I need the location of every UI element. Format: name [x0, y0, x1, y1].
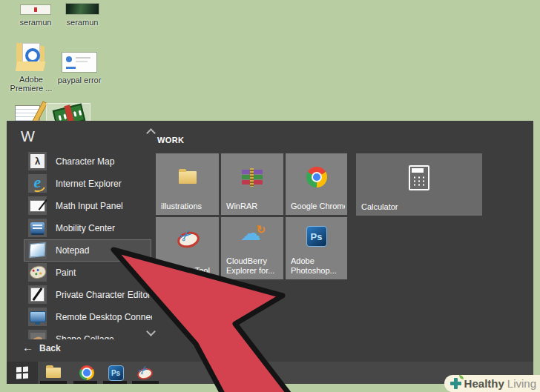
app-item-remote-desktop-connection[interactable]: Remote Desktop Connection: [24, 307, 151, 328]
tile-label-line2: Explorer for...: [226, 266, 281, 276]
folder-icon: [179, 171, 197, 184]
desktop-icon-seramun-1[interactable]: seramun: [12, 4, 59, 27]
tile-google-chrome[interactable]: Google Chrome: [286, 153, 347, 215]
taskbar-file-explorer[interactable]: [45, 365, 62, 381]
app-item-label: Paint: [56, 262, 76, 283]
windows-logo-icon: [16, 367, 28, 379]
app-item-math-input-panel[interactable]: Math Input Panel: [24, 196, 151, 216]
start-menu-panel: W λ Character Map e Internet Explorer Ma…: [7, 121, 533, 362]
mobility-center-icon: [28, 219, 47, 237]
app-item-label: Remote Desktop Connection: [56, 307, 152, 328]
desktop-icon-paypal-error[interactable]: paypal error: [56, 52, 102, 84]
desktop: seramun seramun Adobe Premiere ... paypa…: [0, 0, 540, 392]
screenshot-thumbnail: [62, 52, 97, 73]
chrome-icon: [79, 365, 94, 380]
desktop-icon-label: seramun: [12, 18, 59, 27]
running-indicator: [103, 381, 127, 384]
winrar-icon: [241, 170, 263, 186]
app-item-character-map[interactable]: λ Character Map: [24, 151, 151, 172]
tile-illustrations[interactable]: illustrations: [156, 153, 219, 215]
app-item-paint[interactable]: Paint: [24, 262, 151, 283]
ie-e-glyph: e: [34, 174, 42, 192]
character-map-icon: λ: [28, 152, 47, 170]
scroll-up-icon[interactable]: [146, 128, 156, 138]
desktop-icon-adobe-premiere[interactable]: Adobe Premiere ...: [7, 43, 55, 93]
running-indicator: [40, 381, 67, 384]
tile-winrar[interactable]: WinRAR: [221, 153, 283, 215]
desktop-icon-label: seramun: [58, 18, 107, 27]
running-indicator: [73, 381, 97, 384]
watermark-text-light: Living: [507, 377, 536, 390]
tile-snipping-tool[interactable]: ✂ Snipping Tool: [156, 217, 219, 279]
app-item-label: Mobility Center: [56, 218, 115, 239]
app-item-label: Math Input Panel: [56, 196, 123, 216]
tile-label: WinRAR: [226, 202, 281, 211]
desktop-icon-label: paypal error: [56, 76, 102, 84]
photoshop-icon: Ps: [306, 226, 327, 247]
chrome-icon: [306, 167, 327, 187]
watermark-text-bold: Healthy: [464, 377, 504, 390]
healthy-living-watermark: Healthy Living: [444, 375, 540, 392]
image-thumbnail: [65, 3, 99, 15]
health-cross-icon: [450, 378, 461, 389]
tile-adobe-photoshop[interactable]: Ps Adobe Photoshop...: [286, 217, 347, 279]
section-letter-header: W: [21, 128, 35, 145]
tile-label: CloudBerry: [226, 256, 281, 266]
app-item-label: Private Character Editor: [56, 285, 151, 305]
notepad-icon: [28, 241, 47, 259]
sync-arrow-glyph: ↻: [256, 223, 266, 236]
desktop-icon-label-line2: Premiere ...: [7, 84, 55, 93]
app-item-label: Shape Collage: [56, 329, 114, 339]
tile-label: Calculator: [361, 202, 480, 212]
internet-explorer-icon: e: [28, 174, 47, 193]
private-character-editor-icon: [28, 285, 47, 304]
photoshop-icon: Ps: [108, 365, 124, 381]
tile-cloudberry-explorer[interactable]: ☁↻ CloudBerry Explorer for...: [221, 217, 283, 279]
start-button[interactable]: [7, 362, 38, 384]
image-thumbnail: [20, 4, 51, 15]
leaf-icon: [459, 375, 464, 379]
desktop-icon-label: Adobe: [7, 75, 55, 84]
folder-icon: [15, 43, 47, 73]
calculator-icon: [409, 165, 429, 190]
tile-group-header: WORK: [157, 136, 184, 144]
app-item-mobility-center[interactable]: Mobility Center: [24, 218, 151, 239]
tile-calculator[interactable]: Calculator: [356, 153, 482, 216]
paint-palette-icon: [28, 263, 47, 282]
app-item-label: Character Map: [56, 151, 114, 172]
running-indicator: [132, 381, 159, 384]
back-label: Back: [39, 343, 61, 353]
ps-glyph: Ps: [306, 226, 327, 247]
taskbar-google-chrome[interactable]: [78, 365, 96, 381]
tile-label: Snipping Tool: [161, 266, 217, 276]
lambda-glyph: λ: [30, 154, 45, 168]
cloudberry-icon: ☁↻: [240, 226, 264, 245]
app-item-label: Notepad: [56, 240, 89, 261]
back-button[interactable]: ← Back: [7, 339, 155, 361]
app-item-internet-explorer[interactable]: e Internet Explorer: [24, 173, 151, 194]
tile-label-line2: Photoshop...: [291, 266, 345, 276]
math-input-panel-icon: [28, 196, 47, 215]
tile-label: illustrations: [161, 202, 217, 211]
taskbar-snipping-tool[interactable]: ✂: [136, 365, 154, 381]
file-explorer-icon: [46, 368, 61, 378]
tile-label: Google Chrome: [291, 202, 345, 211]
red-speck: [34, 7, 37, 12]
taskbar-photoshop[interactable]: Ps: [107, 365, 125, 381]
snipping-tool-icon: ✂: [176, 229, 200, 248]
tile-label: Adobe: [291, 256, 345, 266]
app-item-notepad[interactable]: Notepad: [24, 240, 151, 261]
app-item-shape-collage-partial[interactable]: Shape Collage: [24, 329, 151, 339]
remote-desktop-icon: [28, 308, 47, 326]
app-list: λ Character Map e Internet Explorer Math…: [7, 151, 152, 339]
app-item-private-character-editor[interactable]: Private Character Editor: [24, 285, 151, 305]
back-arrow-icon: ←: [22, 341, 33, 353]
app-item-label: Internet Explorer: [56, 173, 122, 194]
desktop-icon-seramun-2[interactable]: seramun: [58, 3, 107, 27]
